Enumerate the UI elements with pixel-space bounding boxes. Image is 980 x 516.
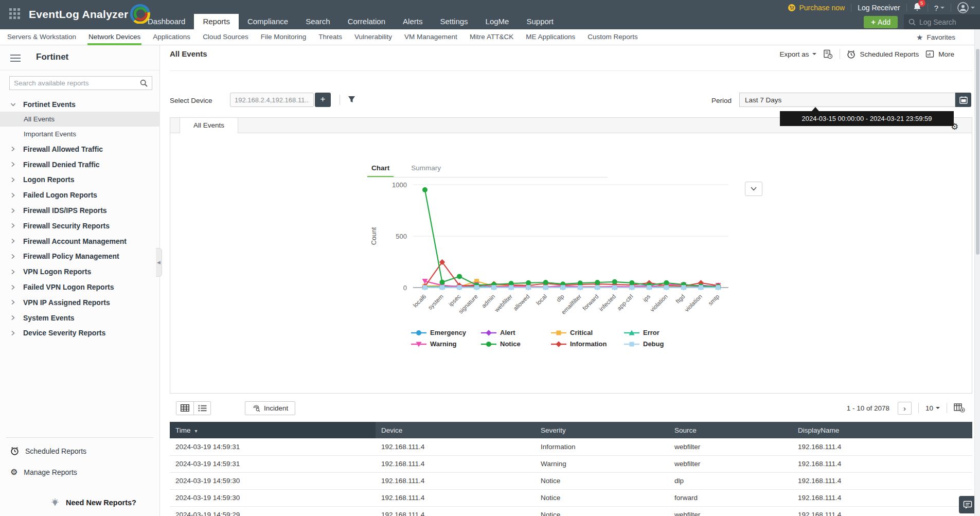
- sidebar-group-firewall-account-management[interactable]: Firewall Account Management: [0, 234, 160, 249]
- notifications-button[interactable]: 5: [913, 3, 921, 13]
- subnav-item-custom-reports[interactable]: Custom Reports: [581, 29, 644, 45]
- nav-item-settings[interactable]: Settings: [431, 14, 476, 29]
- sidebar-group-vpn-logon-reports[interactable]: VPN Logon Reports: [0, 264, 160, 279]
- add-button[interactable]: +Add: [864, 16, 898, 28]
- svg-text:ipsec: ipsec: [448, 293, 462, 308]
- table-cell: 192.168.111.4: [376, 455, 535, 472]
- nav-item-logme[interactable]: LogMe: [477, 14, 518, 29]
- sidebar-item-important-events[interactable]: Important Events: [0, 127, 160, 141]
- report-search-input[interactable]: [14, 79, 140, 87]
- column-header-displayname[interactable]: DisplayName: [792, 422, 972, 438]
- tab-all-events[interactable]: All Events: [180, 118, 238, 133]
- nav-item-compliance[interactable]: Compliance: [239, 14, 297, 29]
- sidebar-group-firewall-denied-traffic[interactable]: Firewall Denied Traffic: [0, 157, 160, 172]
- nav-item-reports[interactable]: Reports: [194, 14, 239, 29]
- app-switcher-icon[interactable]: [9, 8, 23, 22]
- report-search-box[interactable]: [9, 76, 152, 90]
- subnav-item-file-monitoring[interactable]: File Monitoring: [255, 29, 313, 45]
- column-header-device[interactable]: Device: [376, 422, 535, 438]
- sidebar-scheduled-reports[interactable]: Scheduled Reports: [10, 447, 86, 455]
- nav-item-correlation[interactable]: Correlation: [339, 14, 394, 29]
- sidebar-item-all-events[interactable]: All Events: [0, 112, 160, 127]
- subnav-item-me-applications[interactable]: ME Applications: [520, 29, 581, 45]
- chat-icon: [963, 500, 972, 509]
- subnav-item-cloud-sources[interactable]: Cloud Sources: [197, 29, 255, 45]
- filter-icon[interactable]: [348, 96, 355, 103]
- legend-item-alert[interactable]: Alert: [481, 329, 551, 336]
- sidebar-collapse-icon[interactable]: [10, 55, 21, 64]
- sidebar-group-firewall-allowed-traffic[interactable]: Firewall Allowed Traffic: [0, 141, 160, 157]
- legend-item-critical[interactable]: Critical: [551, 329, 624, 336]
- nav-item-alerts[interactable]: Alerts: [394, 14, 431, 29]
- scrollbar-thumb[interactable]: [976, 49, 979, 255]
- product-logo[interactable]: EventLog Analyzer: [29, 5, 151, 24]
- next-page-button[interactable]: ›: [898, 402, 912, 415]
- period-input[interactable]: [739, 93, 955, 107]
- page-scrollbar[interactable]: [974, 29, 980, 516]
- table-row[interactable]: 2024-03-19 14:59:31192.168.111.4Warningw…: [170, 455, 972, 472]
- log-search-input[interactable]: [919, 18, 971, 26]
- notification-badge: 5: [918, 0, 925, 7]
- manage-columns-icon[interactable]: [954, 403, 965, 413]
- page-size-dropdown[interactable]: 10: [925, 404, 940, 412]
- add-device-button[interactable]: +: [315, 93, 331, 107]
- legend-item-warning[interactable]: Warning: [411, 340, 481, 348]
- sidebar-group-vpn-ip-assigned-reports[interactable]: VPN IP Assigned Reports: [0, 295, 160, 310]
- table-row[interactable]: 2024-03-19 14:59:29192.168.111.4Noticewe…: [170, 506, 972, 516]
- need-new-reports-link[interactable]: Need New Reports?: [50, 498, 136, 507]
- sidebar-group-firewall-security-reports[interactable]: Firewall Security Reports: [0, 218, 160, 234]
- calendar-button[interactable]: [955, 93, 971, 107]
- chevron-right-icon: [10, 269, 15, 275]
- subnav-item-servers-workstation[interactable]: Servers & Workstation: [1, 29, 82, 45]
- column-header-time[interactable]: Time▾: [170, 422, 376, 438]
- more-button[interactable]: More: [925, 50, 954, 58]
- svg-text:app-ctrl: app-ctrl: [616, 293, 634, 312]
- nav-item-dashboard[interactable]: Dashboard: [139, 14, 194, 29]
- legend-item-debug[interactable]: Debug: [624, 340, 686, 348]
- legend-item-error[interactable]: Error: [624, 329, 686, 336]
- device-filter-input[interactable]: [230, 93, 314, 107]
- sidebar-collapse-handle[interactable]: ◀: [156, 248, 162, 277]
- nav-item-support[interactable]: Support: [518, 14, 562, 29]
- sidebar-group-logon-reports[interactable]: Logon Reports: [0, 172, 160, 188]
- legend-item-information[interactable]: Information: [551, 340, 624, 348]
- purchase-now-link[interactable]: Purchase now: [788, 4, 845, 12]
- gear-icon: ⚙: [10, 468, 17, 476]
- subnav-item-vm-management[interactable]: VM Management: [398, 29, 464, 45]
- list-view-button[interactable]: [193, 402, 210, 415]
- sidebar-group-firewall-ids-ips-reports[interactable]: Firewall IDS/IPS Reports: [0, 203, 160, 218]
- legend-item-emergency[interactable]: Emergency: [411, 329, 481, 336]
- subnav-item-vulnerability[interactable]: Vulnerability: [348, 29, 398, 45]
- legend-item-notice[interactable]: Notice: [481, 340, 551, 348]
- subnav-item-network-devices[interactable]: Network Devices: [82, 29, 147, 45]
- sidebar-group-fortinet-events[interactable]: Fortinet Events: [0, 97, 160, 112]
- export-as-dropdown[interactable]: Export as: [779, 50, 816, 58]
- user-menu[interactable]: [957, 2, 975, 13]
- help-menu[interactable]: ?: [934, 4, 945, 12]
- column-header-severity[interactable]: Severity: [535, 422, 669, 438]
- log-search-box[interactable]: [904, 14, 980, 29]
- grid-view-button[interactable]: [176, 402, 193, 415]
- sidebar-group-failed-logon-reports[interactable]: Failed Logon Reports: [0, 187, 160, 203]
- incident-button[interactable]: Incident: [245, 401, 295, 415]
- svg-text:admin: admin: [480, 293, 496, 309]
- sidebar-group-failed-vpn-logon-reports[interactable]: Failed VPN Logon Reports: [0, 279, 160, 295]
- subnav-item-applications[interactable]: Applications: [147, 29, 197, 45]
- sidebar-group-device-severity-reports[interactable]: Device Severity Reports: [0, 326, 160, 341]
- table-row[interactable]: 2024-03-19 14:59:30192.168.111.4Noticefo…: [170, 489, 972, 506]
- table-row[interactable]: 2024-03-19 14:59:31192.168.111.4Informat…: [170, 438, 972, 455]
- table-row[interactable]: 2024-03-19 14:59:30192.168.111.4Noticedl…: [170, 472, 972, 489]
- subnav-item-threats[interactable]: Threats: [312, 29, 348, 45]
- export-schedule-icon[interactable]: [823, 49, 833, 59]
- favorites-button[interactable]: ★ Favorites: [916, 29, 955, 45]
- subnav-item-mitre-att-ck[interactable]: Mitre ATT&CK: [464, 29, 520, 45]
- sidebar-group-firewall-policy-management[interactable]: Firewall Policy Management: [0, 249, 160, 264]
- scheduled-reports-button[interactable]: Scheduled Reports: [847, 50, 919, 59]
- nav-item-search[interactable]: Search: [297, 14, 339, 29]
- sidebar-group-system-events[interactable]: System Events: [0, 310, 160, 326]
- column-header-source[interactable]: Source: [669, 422, 792, 438]
- sidebar-manage-reports[interactable]: ⚙ Manage Reports: [10, 468, 77, 476]
- svg-text:ips: ips: [642, 293, 651, 303]
- log-receiver-link[interactable]: Log Receiver: [858, 4, 900, 12]
- feedback-chat-button[interactable]: [959, 496, 976, 513]
